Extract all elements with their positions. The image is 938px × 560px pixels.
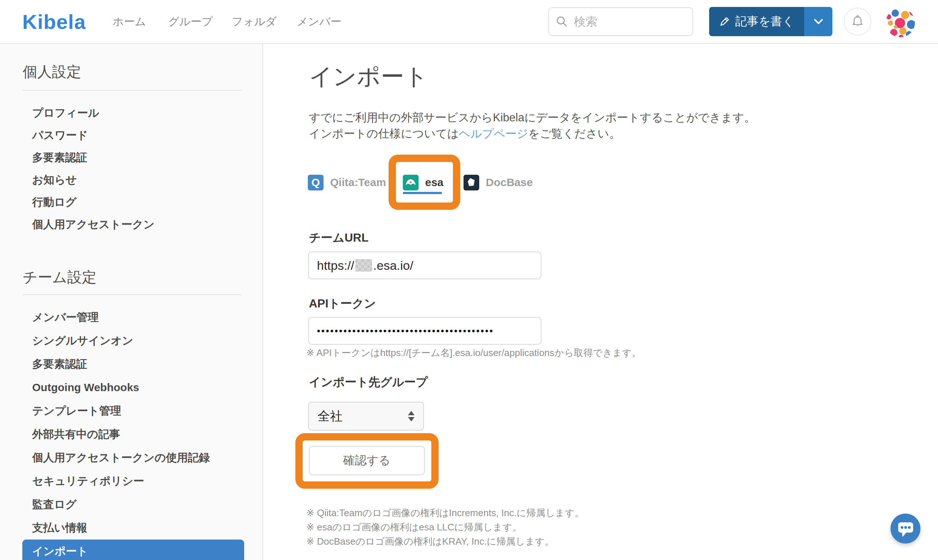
write-article-dropdown-button[interactable] — [804, 7, 832, 36]
search-input[interactable] — [573, 15, 684, 29]
sidebar-item-single-sign-on[interactable]: シングルサインオン — [22, 329, 244, 352]
kibela-import-settings-page: Kibela ホーム グループ フォルダ メンバー 記事を書く — [0, 0, 938, 560]
sidebar-item-member-management[interactable]: メンバー管理 — [22, 306, 244, 329]
sidebar-section-personal-title: 個人設定 — [23, 64, 81, 80]
sidebar-item-personal-access-token[interactable]: 個人用アクセストークン — [22, 214, 244, 236]
intro-line2: インポートの仕様についてはヘルプページをご覧ください。 — [309, 126, 756, 142]
sidebar-item-mfa-personal[interactable]: 多要素認証 — [22, 146, 244, 169]
import-group-label: インポート先グループ — [309, 374, 428, 391]
api-token-label: APIトークン — [309, 296, 376, 312]
page-title: インポート — [309, 61, 428, 92]
tab-qiita-team[interactable]: Q Qiita:Team — [308, 174, 386, 191]
sidebar-item-security-policy[interactable]: セキュリティポリシー — [22, 469, 244, 493]
confirm-button[interactable]: 確認する — [309, 446, 425, 475]
sidebar-item-import-active[interactable]: インポート — [22, 540, 244, 560]
settings-sidebar: 個人設定 プロフィール パスワード 多要素認証 お知らせ 行動ログ 個人用アクセ… — [0, 44, 263, 560]
pencil-icon — [719, 16, 730, 27]
intro-line1: すでにご利用中の外部サービスからKibelaにデータをインポートすることができま… — [309, 110, 756, 126]
notifications-button[interactable] — [844, 8, 872, 35]
tab-docbase[interactable]: DocBase — [463, 174, 533, 191]
help-page-link[interactable]: ヘルプページ — [459, 127, 528, 140]
nav-item-folders[interactable]: フォルダ — [232, 0, 277, 43]
sidebar-divider — [23, 90, 241, 91]
docbase-logo-icon — [463, 175, 479, 191]
esa-logo-icon — [403, 175, 418, 191]
sidebar-item-billing-info[interactable]: 支払い情報 — [22, 516, 244, 540]
write-article-label: 記事を書く — [735, 14, 794, 29]
select-spinner-icon — [408, 411, 415, 422]
tab-esa-label: esa — [425, 176, 443, 189]
team-url-input[interactable]: https://.esa.io/ — [308, 251, 541, 279]
logo-rights-notes: ※ Qiita:Teamのロゴ画像の権利はIncrements, Inc.に帰属… — [306, 506, 584, 549]
sidebar-item-notifications[interactable]: お知らせ — [22, 169, 244, 191]
qiita-team-logo-icon: Q — [308, 175, 323, 191]
note-esa: ※ esaのロゴ画像の権利はesa LLCに帰属します。 — [306, 520, 584, 534]
top-navbar: Kibela ホーム グループ フォルダ メンバー 記事を書く — [0, 0, 938, 44]
import-group-selected-value: 全社 — [318, 408, 343, 425]
team-url-label: チームURL — [309, 230, 369, 246]
active-tab-underline — [403, 192, 442, 194]
tab-docbase-label: DocBase — [486, 176, 533, 189]
api-token-note: ※ APIトークンはhttps://[チーム名].esa.io/user/app… — [306, 346, 641, 359]
note-qiita: ※ Qiita:Teamのロゴ画像の権利はIncrements, Inc.に帰属… — [306, 506, 584, 520]
nav-item-home[interactable]: ホーム — [112, 0, 146, 43]
chat-bubble-icon — [890, 514, 920, 543]
sidebar-item-template-management[interactable]: テンプレート管理 — [22, 399, 244, 423]
sidebar-item-outgoing-webhooks[interactable]: Outgoing Webhooks — [22, 376, 244, 399]
masked-api-token: •••••••••••••••••••••••••••••••••••••••• — [317, 325, 494, 337]
bell-icon — [850, 14, 865, 29]
sidebar-item-mfa-team[interactable]: 多要素認証 — [22, 352, 244, 376]
search-box[interactable] — [548, 7, 693, 36]
sidebar-team-list: メンバー管理 シングルサインオン 多要素認証 Outgoing Webhooks… — [22, 306, 244, 560]
support-chat-button[interactable] — [890, 514, 920, 543]
api-token-input[interactable]: •••••••••••••••••••••••••••••••••••••••• — [308, 317, 541, 345]
search-icon — [556, 15, 568, 28]
write-article-button[interactable]: 記事を書く — [709, 7, 804, 36]
sidebar-item-activity-log[interactable]: 行動ログ — [22, 191, 244, 214]
nav-item-groups[interactable]: グループ — [168, 0, 213, 43]
censored-team-name — [355, 259, 372, 272]
sidebar-item-password[interactable]: パスワード — [22, 124, 244, 146]
avatar-dots-pattern — [886, 8, 915, 37]
chevron-down-icon — [814, 18, 823, 25]
sidebar-item-profile[interactable]: プロフィール — [22, 102, 244, 124]
sidebar-personal-list: プロフィール パスワード 多要素認証 お知らせ 行動ログ 個人用アクセストークン — [22, 102, 244, 236]
note-docbase: ※ DocBaseのロゴ画像の権利はKRAY, Inc.に帰属します。 — [306, 534, 584, 549]
sidebar-item-pat-usage-history[interactable]: 個人用アクセストークンの使用記録 — [22, 446, 244, 469]
write-article-split-button: 記事を書く — [709, 7, 832, 36]
user-avatar[interactable] — [886, 8, 915, 37]
tab-qiita-team-label: Qiita:Team — [330, 176, 386, 189]
sidebar-divider — [23, 294, 241, 295]
import-group-select[interactable]: 全社 — [308, 402, 424, 431]
sidebar-section-team-title: チーム設定 — [23, 269, 97, 285]
sidebar-item-audit-log[interactable]: 監査ログ — [22, 493, 244, 516]
nav-item-members[interactable]: メンバー — [297, 0, 341, 43]
intro-text: すでにご利用中の外部サービスからKibelaにデータをインポートすることができま… — [309, 110, 756, 142]
sidebar-item-externally-shared-articles[interactable]: 外部共有中の記事 — [22, 423, 244, 446]
tab-esa[interactable]: esa — [403, 174, 443, 191]
kibela-logo[interactable]: Kibela — [22, 0, 86, 43]
